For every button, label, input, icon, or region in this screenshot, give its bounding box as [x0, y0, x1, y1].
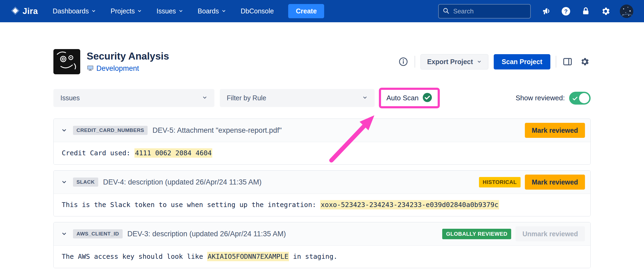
unmark-reviewed-button[interactable]: Unmark reviewed: [515, 226, 585, 241]
historical-badge: HISTORICAL: [479, 177, 521, 187]
monitor-icon: [87, 64, 94, 73]
nav-boards-label: Boards: [198, 7, 219, 15]
chevron-down-icon: [202, 94, 207, 102]
search-box[interactable]: [438, 4, 531, 19]
finding-card-header: SLACK DEV-4: description (updated 26/Apr…: [54, 171, 590, 194]
chevron-down-icon: [221, 7, 226, 15]
page: Jira Dashboards Projects Issues Boards: [0, 0, 644, 273]
details-panel-icon[interactable]: [562, 56, 573, 68]
project-avatar: [53, 49, 80, 74]
project-settings-gear-icon[interactable]: [579, 56, 591, 68]
finding-text: Credit Card used:: [62, 149, 134, 157]
finding-card: AWS_CLIENT_ID DEV-3: description (update…: [53, 222, 591, 268]
chevron-down-icon: [137, 7, 142, 15]
help-icon[interactable]: ?: [560, 6, 572, 17]
rule-type-badge: CREDIT_CARD_NUMBERS: [73, 126, 148, 135]
check-circle-icon: [422, 93, 432, 104]
navbar-icons: ?: [540, 5, 633, 18]
finding-title: DEV-3: description (updated 26/Apr/24 11…: [127, 230, 442, 238]
svg-text:?: ?: [564, 8, 568, 14]
category-link[interactable]: Development: [96, 64, 139, 73]
findings-list: CREDIT_CARD_NUMBERS DEV-5: Attachment "e…: [53, 119, 591, 273]
globally-reviewed-badge: GLOBALLY REVIEWED: [442, 229, 511, 239]
filter-by-rule-value: Filter by Rule: [227, 94, 266, 102]
create-button[interactable]: Create: [288, 4, 324, 18]
chevron-down-icon: [362, 94, 368, 102]
issues-dropdown-value: Issues: [60, 94, 80, 102]
secret-highlight: AKIAIO5FODNN7EXAMPLE: [207, 252, 289, 261]
finding-card: SLACK DEV-4: description (updated 26/Apr…: [53, 170, 591, 216]
nav-dbconsole[interactable]: DbConsole: [241, 7, 274, 15]
top-navbar: Jira Dashboards Projects Issues Boards: [0, 0, 644, 22]
lock-icon[interactable]: [580, 6, 591, 17]
nav-dashboards-label: Dashboards: [53, 7, 89, 15]
announcement-icon[interactable]: [540, 6, 552, 17]
settings-gear-icon[interactable]: [600, 6, 611, 17]
export-project-label: Export Project: [427, 58, 473, 66]
scan-project-button[interactable]: Scan Project: [494, 54, 550, 69]
collapse-chevron-icon[interactable]: [60, 126, 69, 135]
chevron-down-icon: [477, 58, 482, 66]
rule-type-badge: SLACK: [73, 178, 98, 187]
show-reviewed-toggle[interactable]: [569, 92, 591, 105]
filter-row: Issues Filter by Rule Auto Scan: [53, 88, 591, 108]
nav-boards[interactable]: Boards: [198, 7, 226, 15]
rule-type-badge: AWS_CLIENT_ID: [73, 229, 123, 238]
search-input[interactable]: [453, 8, 526, 15]
nav-issues-label: Issues: [156, 7, 176, 15]
finding-body: Credit Card used: 4111 0062 2084 4604: [54, 142, 590, 164]
nav-projects[interactable]: Projects: [111, 7, 142, 15]
search-icon: [442, 7, 449, 15]
finding-text: in staging.: [289, 253, 338, 260]
finding-card: CREDIT_CARD_NUMBERS DEV-5: Attachment "e…: [53, 119, 591, 165]
mark-reviewed-button[interactable]: Mark reviewed: [525, 123, 585, 138]
header-actions: Export Project Scan Project: [397, 54, 591, 69]
mark-reviewed-button[interactable]: Mark reviewed: [525, 175, 585, 190]
nav-dashboards[interactable]: Dashboards: [53, 7, 96, 15]
check-icon: [572, 95, 578, 102]
nav-projects-label: Projects: [111, 7, 135, 15]
divider: [556, 56, 556, 68]
main-content: Security Analysis Development: [53, 49, 591, 273]
jira-logo-icon: [11, 6, 20, 16]
brand-text: Jira: [23, 6, 38, 16]
chevron-down-icon: [91, 7, 96, 15]
show-reviewed-label: Show reviewed:: [515, 94, 565, 102]
issues-dropdown[interactable]: Issues: [53, 89, 214, 107]
finding-body: This is the Slack token to use when sett…: [54, 194, 590, 216]
finding-body: The AWS access key should look like AKIA…: [54, 246, 590, 268]
user-avatar[interactable]: [620, 5, 633, 18]
jira-logo[interactable]: Jira: [11, 6, 38, 16]
project-titles: Security Analysis Development: [87, 51, 169, 73]
finding-title: DEV-5: Attachment "expense-report.pdf": [152, 126, 525, 135]
secret-highlight: xoxo-523423-234243-234233-e039d02840a0b9…: [320, 200, 499, 209]
page-title: Security Analysis: [87, 51, 169, 62]
nav-dbconsole-label: DbConsole: [241, 7, 274, 15]
finding-text: This is the Slack token to use when sett…: [62, 201, 320, 209]
finding-text: The AWS access key should look like: [62, 253, 207, 260]
auto-scan-toggle[interactable]: Auto Scan: [386, 94, 419, 102]
export-project-button[interactable]: Export Project: [420, 54, 488, 69]
collapse-chevron-icon[interactable]: [60, 178, 69, 187]
project-header: Security Analysis Development: [53, 49, 591, 74]
nav-issues[interactable]: Issues: [156, 7, 183, 15]
chevron-down-icon: [178, 7, 183, 15]
finding-card-header: CREDIT_CARD_NUMBERS DEV-5: Attachment "e…: [54, 119, 590, 142]
finding-title: DEV-4: description (updated 26/Apr/24 11…: [103, 178, 479, 186]
finding-card-header: AWS_CLIENT_ID DEV-3: description (update…: [54, 222, 590, 246]
divider: [415, 56, 415, 68]
info-icon[interactable]: [397, 56, 409, 68]
secret-highlight: 4111 0062 2084 4604: [134, 148, 212, 158]
auto-scan-highlight-box: Auto Scan: [379, 88, 440, 108]
project-category: Development: [87, 64, 169, 73]
toggle-knob: [579, 93, 589, 103]
filter-by-rule-dropdown[interactable]: Filter by Rule: [220, 89, 375, 107]
show-reviewed-control: Show reviewed:: [515, 92, 591, 105]
collapse-chevron-icon[interactable]: [60, 229, 69, 238]
